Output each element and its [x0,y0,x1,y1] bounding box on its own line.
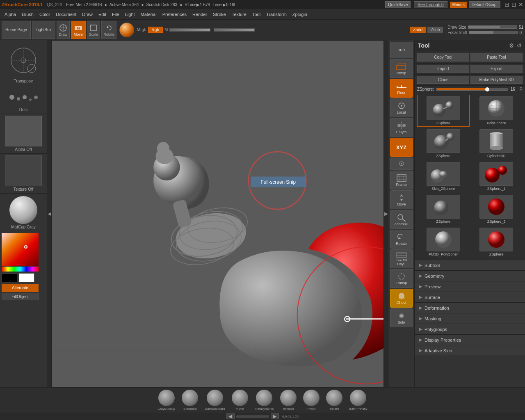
see-through-button[interactable]: See-through 0 [414,1,447,8]
left-panel-collapse[interactable]: ◀ [47,40,51,387]
tool-panel-icon-right[interactable]: ↺ [517,42,522,49]
frame-button[interactable]: Frame [390,171,413,189]
section-subtool[interactable]: ▶ Subtool [415,260,525,271]
scale-button[interactable]: Scale [87,21,100,39]
alpha-section[interactable]: Alpha Off [0,114,47,154]
solo-button[interactable]: Solo [390,308,413,327]
zsub-button[interactable]: Zsub [427,27,443,33]
draw-size-slider[interactable] [468,25,517,29]
brush-scroll-left[interactable]: ◀ [226,413,235,419]
polyfill-button[interactable]: Line Fill PolyF [390,249,413,268]
brush-inflate[interactable]: Inflate [326,390,342,411]
texture-preview[interactable] [5,155,42,186]
copy-tool-button[interactable]: Copy Tool [417,53,469,62]
canvas-area[interactable]: Full-screen Snip [51,40,384,387]
thumb-zsphere-last[interactable]: ZSphere [470,226,523,258]
defaultzscript-button[interactable]: DefaultZScript [469,1,500,8]
rotate-button[interactable]: Rotate [101,21,116,39]
thumb-zsphere-1[interactable]: ZSphere [417,95,470,127]
thumb-polysphere[interactable]: PolySphere [470,95,523,127]
menu-render[interactable]: Render [189,11,210,18]
menu-material[interactable]: Material [138,11,160,18]
import-button[interactable]: Import [417,65,469,73]
fillobject-button[interactable]: FillObject [2,293,39,300]
transpose-widget[interactable] [5,42,42,79]
section-display-properties[interactable]: ▶ Display Properties [415,335,525,345]
menu-transform[interactable]: Transform [263,11,290,18]
rotate-view-button[interactable]: Rotate [390,230,413,249]
brush-damstandard[interactable]: DamStandard [205,390,225,411]
rgb-intensity-slider[interactable] [169,28,210,32]
menu-preferences[interactable]: Preferences [160,11,189,18]
focal-shift-slider[interactable] [469,31,518,34]
dots-widget[interactable] [5,87,42,107]
menu-light[interactable]: Light [122,11,138,18]
section-geometry[interactable]: ▶ Geometry [415,271,525,281]
hue-bar[interactable] [2,267,39,272]
persp-button[interactable]: Persp [390,59,413,78]
brush-move[interactable]: Move [232,390,248,411]
thumb-skin-zsphere[interactable]: Skin_ZSphere [417,160,470,192]
zoom3d-button[interactable]: Zoom3D [390,210,413,229]
section-preview[interactable]: ▶ Preview [415,281,525,292]
bpr-button[interactable]: BPR [390,42,413,58]
alternate-button[interactable]: Alternate [2,284,39,292]
brush-pinch[interactable]: Pinch [303,390,320,411]
menus-button[interactable]: Menus [450,2,467,8]
menu-document[interactable]: Document [53,11,79,18]
export-button[interactable]: Export [470,65,523,73]
extra-btn-1[interactable] [390,158,413,170]
section-deformation[interactable]: ▶ Deformation [415,303,525,313]
menu-alpha[interactable]: Alpha [2,11,19,18]
brush-claybuildup[interactable]: ClayBuildup [158,390,176,411]
zsphere-slider[interactable] [436,88,508,91]
thumb-pm3d-polysphere[interactable]: PM3D_PolySpher [417,226,470,258]
menu-stroke[interactable]: Stroke [210,11,229,18]
clone-button[interactable]: Clone [417,76,469,84]
local-button[interactable]: Local [390,98,413,117]
brush-trimdynamic[interactable]: TrimDynamic [255,390,274,411]
lsym-button[interactable]: L.Sym [390,118,413,137]
menu-tool[interactable]: Tool [249,11,263,18]
thumb-zsphere-3[interactable]: ZSphere [417,193,470,225]
brush-scroll-track[interactable] [236,415,269,418]
menu-color[interactable]: Color [37,11,53,18]
section-adaptive-skin[interactable]: ▶ Adaptive Skin [415,345,525,356]
paste-tool-button[interactable]: Paste Tool [470,53,523,62]
matcap-section[interactable]: MatCap Gray [0,194,47,231]
thumb-cylinder3d[interactable]: Cylinder3D [470,128,523,160]
floor-button[interactable]: Floor [390,79,413,98]
texture-section[interactable]: Texture Off [0,154,47,194]
draw-button[interactable]: Draw [57,21,70,39]
menu-texture[interactable]: Texture [229,11,249,18]
thumb-zsphere-2[interactable]: ZSphere [417,128,470,160]
lightbox-button[interactable]: LightBox [32,21,55,39]
section-surface[interactable]: ▶ Surface [415,292,525,303]
move-view-button[interactable]: Move [390,190,413,209]
xyz-button[interactable]: XYZ [390,138,413,157]
section-polygroups[interactable]: ▶ Polygroups [415,324,525,335]
thumb-zsphere-red-1[interactable]: ZSphere_1 [470,160,523,192]
material-preview-sphere[interactable] [119,23,134,37]
transp-button[interactable]: Transp [390,269,413,288]
menu-brush[interactable]: Brush [19,11,37,18]
brush-scroll-right[interactable]: ▶ [271,413,279,419]
ghost-button[interactable]: Ghost [390,289,413,308]
swatch-black[interactable] [2,273,17,282]
menu-file[interactable]: File [109,11,122,18]
brush-hpolish[interactable]: hPolish [280,390,297,411]
move-button[interactable]: M Move [71,21,86,39]
brush-imm-primitiv[interactable]: IMM Primitiv [349,390,367,411]
brush-standard[interactable]: Standard [182,390,198,411]
right-panel-collapse[interactable]: ▶ [384,40,388,387]
alpha-preview[interactable] [5,116,42,146]
make-polymesh3d-button[interactable]: Make PolyMesh3D [470,76,523,84]
menu-edit[interactable]: Edit [96,11,109,18]
home-page-button[interactable]: Home Page [2,21,31,39]
z-intensity-slider[interactable] [214,28,255,32]
quicksave-button[interactable]: QuickSave [385,1,411,8]
menu-zplugin[interactable]: Zplugin [290,11,310,18]
matcap-sphere[interactable] [9,196,37,224]
viewport-canvas[interactable]: Full-screen Snip [52,41,383,387]
thumb-zsphere-red-2[interactable]: ZSphere_2 [470,193,523,225]
